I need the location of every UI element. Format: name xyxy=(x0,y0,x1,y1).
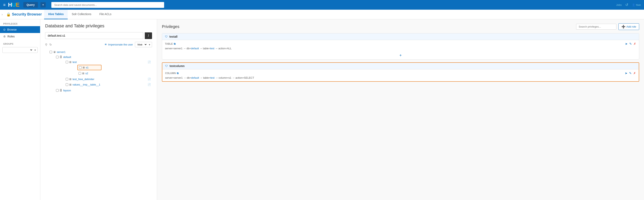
logo-u: U xyxy=(12,1,16,8)
toolbar-row: ⚲ ↻ 👁 Impersonate the user hive ▼ xyxy=(45,42,152,47)
priv-card-testcolumn-body: COLUMN ⧉ ➤ ✎ ✗ server=server1 → db=defau… xyxy=(162,69,639,81)
priv-path-kw-default: default xyxy=(191,47,199,50)
tree-row-server1[interactable]: 🖥 server1 xyxy=(48,50,152,54)
priv-path-kw-test2: test xyxy=(210,76,214,79)
sidebar-groups-dropdown[interactable]: ▼ xyxy=(2,47,38,53)
server-icon: 🖥 xyxy=(53,50,56,53)
sidebar: PRIVILEGES ⊙ Browse ♔ Roles GROUPS ▼ xyxy=(0,19,40,200)
tree-label-test-hive-delimiter: test_hive_delimiter xyxy=(72,78,94,81)
query-dropdown-button[interactable]: ▾ xyxy=(40,2,46,7)
impersonate-text: Impersonate the user xyxy=(108,43,133,46)
send-button-testcolumn[interactable]: ➤ xyxy=(625,71,628,75)
priv-type-column: COLUMN ⧉ xyxy=(165,72,178,75)
edit-button-testcolumn[interactable]: ✎ xyxy=(629,71,632,75)
search-container xyxy=(51,2,164,8)
table-icon-test: ⊞ xyxy=(69,61,72,64)
refresh-icon[interactable]: ↻ xyxy=(49,43,52,46)
jobs-label[interactable]: Jobs xyxy=(616,3,622,6)
edit-button-testall[interactable]: ✎ xyxy=(629,42,632,46)
delete-button-testall[interactable]: ✗ xyxy=(634,42,636,46)
sidebar-groups-label: GROUPS xyxy=(0,40,40,46)
priv-path-kw-test: test xyxy=(210,47,214,50)
priv-card-testall-header: 🛡 testall xyxy=(162,33,639,40)
tab-file-acls[interactable]: File ACLs xyxy=(95,10,116,19)
query-button[interactable]: Query xyxy=(23,2,38,8)
tree-node-s2: ⊞ s2 xyxy=(64,71,152,76)
sidebar-item-roles[interactable]: ♔ Roles xyxy=(0,33,40,40)
add-role-button[interactable]: ➕ Add role xyxy=(618,23,639,30)
user-menu[interactable]: 👤 hive xyxy=(632,3,641,6)
priv-actions-testall: ➤ ✎ ✗ xyxy=(625,42,636,46)
search-input[interactable] xyxy=(51,2,164,8)
table-external-link[interactable]: ⧉ xyxy=(174,42,176,45)
hamburger-icon[interactable]: ≡ xyxy=(3,2,6,7)
privileges-search-input[interactable] xyxy=(576,24,616,29)
tree-node-server1: 🖥 server1 🗄 default ⊞ test � xyxy=(45,49,152,94)
checkbox-s2[interactable] xyxy=(78,72,81,75)
logo-e: E xyxy=(16,1,19,8)
priv-card-testall: 🛡 testall TABLE ⧉ ➤ ✎ ✗ xyxy=(162,33,639,60)
add-privilege-button-testall[interactable]: + xyxy=(399,53,402,58)
tree-search-button[interactable]: ⤴ xyxy=(145,32,152,39)
tree-row-test-hive-delimiter[interactable]: ⊞ test_hive_delimiter 📄 xyxy=(64,77,152,81)
tree-label-test: test xyxy=(72,61,77,64)
sidebar-privileges-label: PRIVILEGES xyxy=(0,22,40,26)
dropdown-arrow-icon: ▼ xyxy=(147,43,152,46)
checkbox-server1[interactable] xyxy=(50,51,52,53)
tab-hive-tables[interactable]: Hive Tables xyxy=(44,10,68,19)
file-icon-test: 📄 xyxy=(148,61,151,64)
add-role-label: Add role xyxy=(626,25,636,28)
tree-node-values-tmp-table: ⊞ values__tmp__table__1 📄 xyxy=(55,82,152,87)
checkbox-test-hive-delimiter[interactable] xyxy=(66,78,68,80)
tree-row-default[interactable]: 🗄 default xyxy=(55,55,152,59)
file-icon-values-tmp: 📄 xyxy=(148,83,151,86)
tree-search-row: ⤴ xyxy=(45,32,152,39)
priv-actions-testcolumn: ➤ ✎ ✗ xyxy=(625,71,636,75)
pin-icon[interactable]: ⚲ xyxy=(45,43,47,46)
sidebar-item-browse[interactable]: ⊙ Browse xyxy=(0,26,40,33)
impersonate-label: 👁 Impersonate the user xyxy=(104,43,133,46)
database-icon-fayson: 🗄 xyxy=(60,89,62,92)
tab-solr-collections[interactable]: Solr Collections xyxy=(68,10,95,19)
checkbox-default[interactable] xyxy=(56,56,58,58)
checkbox-values-tmp-table[interactable] xyxy=(66,83,68,86)
privileges-search-addrole: ➕ Add role xyxy=(576,23,639,30)
file-icon-hive-delim: 📄 xyxy=(148,78,151,81)
impersonate-user-select[interactable]: hive ▼ xyxy=(135,42,152,47)
priv-card-testall-title: testall xyxy=(169,35,178,38)
priv-card-testall-body: TABLE ⧉ ➤ ✎ ✗ server=server1 → db=defaul… xyxy=(162,40,639,52)
user-select[interactable]: hive xyxy=(135,42,147,47)
eye-icon: 👁 xyxy=(104,43,107,46)
delete-button-testcolumn[interactable]: ✗ xyxy=(633,71,636,75)
tree-row-test[interactable]: ⊞ test 📄 xyxy=(64,60,152,64)
app-logo: HUE xyxy=(8,1,19,8)
subnav-security-label: Security Browser xyxy=(12,12,42,16)
sidebar-roles-label: Roles xyxy=(8,35,15,38)
priv-add-row-testall: + xyxy=(162,52,639,59)
column-external-link[interactable]: ⧉ xyxy=(177,72,178,75)
tree-label-fayson: fayson xyxy=(63,89,71,92)
database-icon: 🗄 xyxy=(60,55,62,58)
checkbox-s1[interactable] xyxy=(79,66,82,69)
subnav-arrow-icon[interactable]: › xyxy=(2,13,2,16)
shield-icon-testall: 🛡 xyxy=(165,35,168,38)
send-button-testall[interactable]: ➤ xyxy=(625,42,628,46)
priv-path-testall: server=server1 → db=default → table=test… xyxy=(165,47,636,50)
tree-search-input[interactable] xyxy=(45,32,143,39)
priv-type-row-testcolumn: COLUMN ⧉ ➤ ✎ ✗ xyxy=(165,71,636,75)
tree-node-test-hive-delimiter: ⊞ test_hive_delimiter 📄 xyxy=(55,76,152,82)
checkbox-fayson[interactable] xyxy=(56,89,58,92)
privileges-search xyxy=(576,24,616,29)
content-area: Database and Table privileges ⤴ ⚲ ↻ 👁 Im… xyxy=(40,19,644,200)
checkbox-test[interactable] xyxy=(66,61,68,63)
tree-row-s1[interactable]: ⊞ s1 xyxy=(77,65,102,70)
tree-row-fayson[interactable]: 🗄 fayson xyxy=(55,88,152,93)
tree-row-values-tmp-table[interactable]: ⊞ values__tmp__table__1 📄 xyxy=(64,82,152,87)
tree-panel-title: Database and Table privileges xyxy=(45,23,152,28)
tree-row-s2[interactable]: ⊞ s2 xyxy=(77,71,152,76)
groups-select[interactable] xyxy=(2,47,33,53)
history-icon[interactable]: ↺ xyxy=(625,2,628,7)
tree-label-default: default xyxy=(63,55,71,58)
privileges-title: Privileges xyxy=(162,24,180,29)
subnav: › 🔒 Security Browser Hive Tables Solr Co… xyxy=(0,10,644,19)
